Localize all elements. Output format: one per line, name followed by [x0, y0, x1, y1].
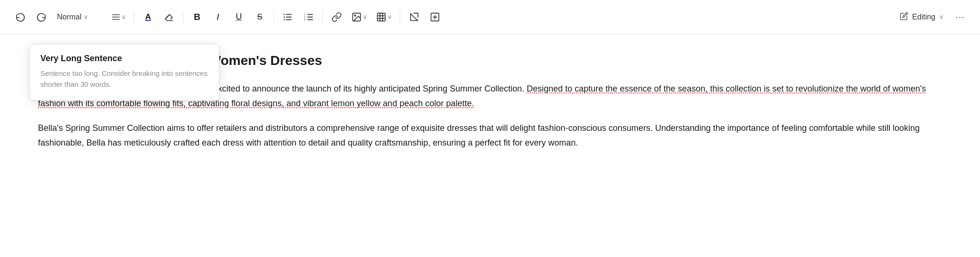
svg-point-8 — [283, 19, 285, 20]
clear-format-button[interactable] — [405, 8, 423, 26]
link-button[interactable] — [328, 8, 346, 26]
image-button[interactable]: ∨ — [349, 9, 370, 25]
more-label: ··· — [955, 11, 965, 22]
insert-button[interactable] — [426, 8, 444, 26]
editing-mode-button[interactable]: Editing ∨ — [895, 9, 949, 25]
font-color-label: A — [145, 12, 151, 22]
divider-3 — [273, 10, 274, 24]
strikethrough-button[interactable]: S — [251, 8, 269, 26]
ordered-list-button[interactable]: 1 2 3 — [300, 8, 318, 26]
italic-label: I — [217, 12, 219, 22]
divider-2 — [183, 10, 183, 24]
align-chevron-icon: ∨ — [122, 13, 126, 20]
svg-point-16 — [354, 15, 356, 16]
pencil-icon — [900, 12, 908, 22]
underline-label: U — [236, 12, 242, 22]
bold-label: B — [194, 12, 200, 22]
editing-label: Editing — [912, 13, 935, 21]
svg-rect-17 — [377, 13, 386, 21]
svg-point-6 — [283, 14, 285, 15]
image-chevron-icon: ∨ — [363, 13, 368, 20]
table-chevron-icon: ∨ — [387, 13, 392, 20]
strikethrough-label: S — [257, 12, 262, 22]
eraser-button[interactable] — [160, 8, 178, 26]
redo-button[interactable] — [32, 8, 50, 26]
tooltip-popup: Very Long Sentence Sentence too long. Co… — [29, 44, 219, 101]
style-dropdown[interactable]: Normal ∨ — [53, 10, 105, 24]
article-paragraph-2[interactable]: Bella's Spring Summer Collection aims to… — [38, 121, 942, 150]
table-button[interactable]: ∨ — [373, 9, 395, 25]
divider-4 — [322, 10, 323, 24]
italic-button[interactable]: I — [209, 8, 227, 26]
divider-1 — [134, 10, 134, 24]
tooltip-title: Very Long Sentence — [40, 54, 208, 64]
toolbar: Normal ∨ ∨ A B I U S — [0, 0, 980, 34]
content-area: Very Long Sentence Sentence too long. Co… — [0, 34, 980, 174]
svg-point-7 — [283, 16, 285, 18]
style-label: Normal — [57, 13, 82, 21]
underline-button[interactable]: U — [230, 8, 248, 26]
align-button[interactable]: ∨ — [108, 9, 129, 25]
undo-button[interactable] — [11, 8, 29, 26]
bold-button[interactable]: B — [188, 8, 206, 26]
editing-chevron-icon: ∨ — [939, 13, 944, 20]
tooltip-description: Sentence too long. Consider breaking int… — [40, 68, 208, 90]
more-button[interactable]: ··· — [952, 9, 969, 26]
bullet-list-button[interactable] — [279, 8, 297, 26]
style-chevron-icon: ∨ — [84, 13, 88, 20]
svg-text:3: 3 — [304, 18, 305, 21]
divider-5 — [400, 10, 400, 24]
font-color-button[interactable]: A — [139, 8, 157, 26]
